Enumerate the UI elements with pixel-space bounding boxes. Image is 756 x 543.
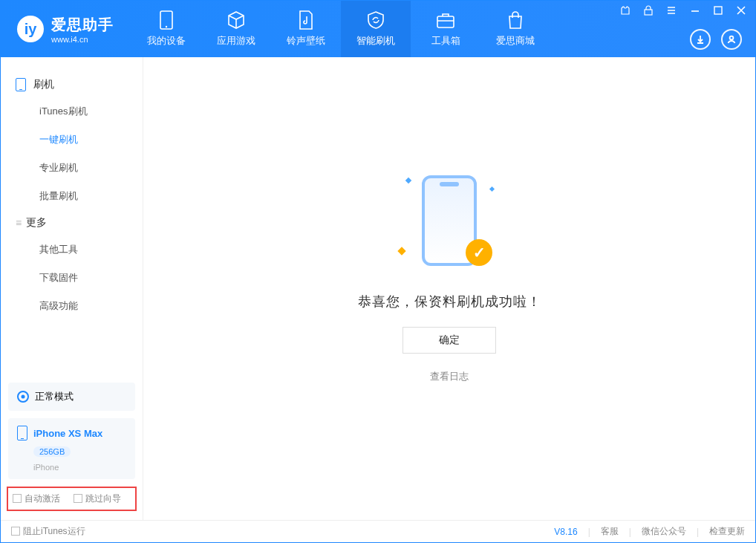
minimize-button[interactable] bbox=[687, 4, 703, 17]
group-label: 更多 bbox=[26, 216, 47, 230]
bag-icon bbox=[506, 10, 525, 30]
svg-point-1 bbox=[166, 26, 167, 27]
phone-icon bbox=[157, 10, 176, 30]
ok-button[interactable]: 确定 bbox=[403, 327, 496, 354]
svg-rect-4 bbox=[714, 7, 722, 14]
phone-icon bbox=[17, 426, 27, 440]
check-update-link[interactable]: 检查更新 bbox=[709, 525, 745, 538]
brand-subtitle: www.i4.cn bbox=[51, 35, 114, 44]
group-label: 刷机 bbox=[33, 78, 54, 91]
lock-icon[interactable] bbox=[641, 4, 656, 17]
sidebar-group-flash: 刷机 bbox=[1, 72, 143, 97]
nav-label: 工具箱 bbox=[431, 34, 460, 48]
success-illustration: ✓ bbox=[390, 165, 509, 276]
nav-label: 应用游戏 bbox=[217, 34, 255, 48]
auto-activate-checkbox[interactable]: 自动激活 bbox=[13, 492, 60, 505]
brand: iy 爱思助手 www.i4.cn bbox=[1, 1, 131, 57]
version-label: V8.16 bbox=[554, 527, 577, 537]
download-button[interactable] bbox=[690, 29, 711, 50]
sparkle-icon bbox=[397, 247, 405, 255]
block-itunes-checkbox[interactable]: 阻止iTunes运行 bbox=[11, 525, 85, 538]
close-button[interactable] bbox=[733, 4, 749, 17]
checkbox-icon bbox=[11, 527, 20, 536]
device-type: iPhone bbox=[33, 463, 126, 472]
nav-tools[interactable]: 工具箱 bbox=[411, 1, 480, 57]
checkbox-icon bbox=[74, 494, 82, 503]
nav-store[interactable]: 爱思商城 bbox=[480, 1, 550, 57]
header-right-controls bbox=[690, 29, 742, 50]
menu-icon[interactable] bbox=[663, 4, 680, 17]
device-capacity: 256GB bbox=[33, 446, 71, 457]
view-log-link[interactable]: 查看日志 bbox=[430, 370, 469, 383]
sparkle-icon bbox=[489, 186, 495, 191]
app-header: iy 爱思助手 www.i4.cn 我的设备 应用游戏 铃声壁纸 智能刷机 工具… bbox=[1, 1, 755, 57]
user-button[interactable] bbox=[721, 29, 742, 50]
svg-rect-3 bbox=[645, 10, 652, 15]
support-link[interactable]: 客服 bbox=[601, 525, 619, 538]
sidebar-item-itunes-flash[interactable]: iTunes刷机 bbox=[1, 97, 143, 126]
brand-title: 爱思助手 bbox=[51, 15, 114, 35]
wechat-link[interactable]: 微信公众号 bbox=[642, 525, 686, 538]
sidebar-item-other-tools[interactable]: 其他工具 bbox=[1, 235, 143, 264]
brand-logo-icon: iy bbox=[17, 16, 44, 42]
svg-point-5 bbox=[730, 36, 734, 40]
sidebar-item-advanced[interactable]: 高级功能 bbox=[1, 292, 143, 320]
skip-guide-checkbox[interactable]: 跳过向导 bbox=[74, 492, 121, 505]
flash-options-row: 自动激活 跳过向导 bbox=[7, 487, 137, 511]
success-panel: ✓ 恭喜您，保资料刷机成功啦！ 确定 查看日志 bbox=[358, 165, 541, 383]
sidebar-item-download-firmware[interactable]: 下载固件 bbox=[1, 264, 143, 292]
sidebar-item-batch-flash[interactable]: 批量刷机 bbox=[1, 182, 143, 210]
status-bar: 阻止iTunes运行 V8.16 | 客服 | 微信公众号 | 检查更新 bbox=[1, 520, 755, 542]
nav-apps[interactable]: 应用游戏 bbox=[201, 1, 271, 57]
cube-icon bbox=[227, 10, 246, 30]
sidebar-group-more: 更多 bbox=[1, 210, 143, 235]
success-message: 恭喜您，保资料刷机成功啦！ bbox=[358, 293, 541, 310]
toolbox-icon bbox=[436, 10, 455, 30]
nav-ringtone[interactable]: 铃声壁纸 bbox=[271, 1, 341, 57]
check-badge-icon: ✓ bbox=[466, 239, 492, 266]
nav-label: 智能刷机 bbox=[356, 34, 395, 48]
sidebar-item-pro-flash[interactable]: 专业刷机 bbox=[1, 154, 143, 182]
device-icon bbox=[16, 78, 26, 91]
device-mode-card[interactable]: 正常模式 bbox=[8, 383, 135, 411]
refresh-shield-icon bbox=[366, 10, 385, 30]
sidebar: 刷机 iTunes刷机 一键刷机 专业刷机 批量刷机 更多 其他工具 下载固件 … bbox=[1, 57, 143, 520]
main-content: ✓ 恭喜您，保资料刷机成功啦！ 确定 查看日志 bbox=[143, 57, 755, 520]
nav-flash[interactable]: 智能刷机 bbox=[341, 1, 411, 57]
maximize-button[interactable] bbox=[711, 4, 726, 17]
nav-label: 我的设备 bbox=[147, 34, 186, 48]
main-nav: 我的设备 应用游戏 铃声壁纸 智能刷机 工具箱 爱思商城 bbox=[131, 1, 550, 57]
nav-label: 爱思商城 bbox=[496, 34, 535, 48]
svg-rect-2 bbox=[437, 16, 454, 27]
nav-my-device[interactable]: 我的设备 bbox=[131, 1, 201, 57]
shirt-icon[interactable] bbox=[617, 4, 633, 17]
sparkle-icon bbox=[405, 177, 411, 183]
window-controls bbox=[617, 4, 749, 17]
music-file-icon bbox=[296, 10, 316, 30]
checkbox-icon bbox=[13, 494, 22, 503]
sidebar-item-onekey-flash[interactable]: 一键刷机 bbox=[1, 126, 143, 154]
connected-device-card[interactable]: iPhone XS Max 256GB iPhone bbox=[8, 418, 135, 479]
nav-label: 铃声壁纸 bbox=[287, 34, 325, 48]
mode-label: 正常模式 bbox=[35, 390, 74, 403]
mode-indicator-icon bbox=[17, 391, 29, 403]
device-name: iPhone XS Max bbox=[33, 428, 102, 439]
